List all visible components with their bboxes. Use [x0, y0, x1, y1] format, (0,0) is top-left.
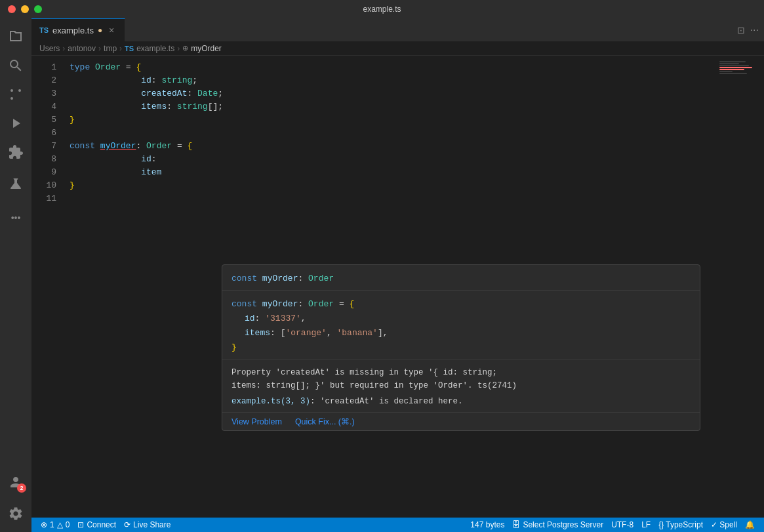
minimize-button[interactable] [21, 5, 29, 13]
breadcrumb-symbol[interactable]: myOrder [191, 44, 222, 53]
accounts-badge: 2 [17, 483, 26, 493]
status-bytes[interactable]: 147 bytes [466, 518, 508, 532]
postgres-icon: 🗄 [512, 520, 520, 529]
postgres-label: Select Postgres Server [523, 520, 603, 529]
connect-label: Connect [87, 520, 116, 529]
tab-modified-badge: ● [98, 26, 102, 35]
connect-icon: ⊡ [77, 520, 84, 529]
encoding-label: UTF-8 [611, 520, 633, 529]
line-endings-label: LF [641, 520, 651, 529]
minimap [712, 56, 764, 518]
status-errors[interactable]: ⊗ 1 △ 0 [37, 518, 73, 532]
titlebar: example.ts [0, 0, 764, 18]
minimap-content [719, 61, 759, 113]
window-title: example.ts [363, 5, 401, 14]
line-num-7: 7 [31, 140, 56, 153]
error-count: 1 [50, 520, 54, 529]
status-notifications[interactable]: 🔔 [741, 518, 759, 532]
breadcrumb-filename[interactable]: example.ts [136, 44, 174, 53]
search-icon[interactable] [3, 52, 29, 79]
breadcrumb-users[interactable]: Users [39, 44, 60, 53]
language-label: {} TypeScript [658, 520, 703, 529]
accounts-icon[interactable]: 2 [3, 469, 29, 495]
spell-label: ✓ Spell [711, 520, 737, 529]
code-line-3: createdAt: Date; [64, 87, 712, 100]
status-line-endings[interactable]: LF [637, 518, 654, 532]
window-controls[interactable] [8, 5, 42, 13]
line-num-3: 3 [31, 87, 56, 100]
status-spell[interactable]: ✓ Spell [707, 518, 741, 532]
svg-point-2 [10, 89, 13, 92]
error-message-line1: Property 'createdAt' is missing in type … [231, 366, 691, 379]
line-num-8: 8 [31, 153, 56, 166]
status-postgres[interactable]: 🗄 Select Postgres Server [508, 518, 607, 532]
status-liveshare[interactable]: ⟳ Live Share [120, 518, 174, 532]
code-line-2: id: string; [64, 74, 712, 87]
extensions-icon[interactable] [3, 139, 29, 165]
line-num-10: 10 [31, 179, 56, 192]
code-line-4: items: string[]; [64, 100, 712, 113]
popup-actions: View Problem Quick Fix... (⌘.) [222, 413, 700, 430]
warning-icon: △ [57, 520, 63, 529]
status-bar: ⊗ 1 △ 0 ⊡ Connect ⟳ Live Share 147 bytes… [31, 518, 764, 532]
maximize-button[interactable] [34, 5, 42, 13]
quick-fix-button[interactable]: Quick Fix... (⌘.) [295, 417, 355, 426]
line-num-1: 1 [31, 61, 56, 74]
line-num-11: 11 [31, 192, 56, 205]
code-line-1: type Order = { [64, 61, 712, 74]
breadcrumb: Users › antonov › tmp › TS example.ts › … [31, 41, 764, 56]
liveshare-label: Live Share [133, 520, 171, 529]
run-icon[interactable] [3, 110, 29, 136]
activity-bar: ••• 2 [0, 18, 31, 532]
ts-file-icon: TS [39, 26, 49, 34]
code-line-5: } [64, 113, 712, 127]
breadcrumb-ts-icon: TS [125, 45, 134, 52]
code-line-11 [64, 192, 712, 205]
error-icon: ⊗ [41, 520, 47, 529]
code-line-9: item [64, 166, 712, 179]
breadcrumb-antonov[interactable]: antonov [68, 44, 96, 53]
source-control-icon[interactable] [3, 81, 29, 108]
liveshare-icon: ⟳ [124, 520, 131, 529]
error-message-line2: items: string[]; }' but required in type… [231, 379, 691, 392]
diagnostic-popup: const myOrder: Order const myOrder: Orde… [222, 264, 700, 431]
error-source-link: example.ts(3, 3): 'createdAt' is declare… [231, 395, 691, 408]
popup-code-preview: const myOrder: Order = { id: '31337', it… [222, 291, 700, 359]
status-language[interactable]: {} TypeScript [654, 518, 707, 532]
code-line-8: id: [64, 153, 712, 166]
code-line-10: } [64, 179, 712, 192]
status-connect[interactable]: ⊡ Connect [73, 518, 120, 532]
notification-icon: 🔔 [745, 520, 755, 529]
code-editor[interactable]: type Order = { id: string; createdAt: Da… [64, 56, 712, 518]
tab-filename: example.ts [52, 26, 94, 35]
svg-point-1 [18, 89, 21, 92]
tab-actions: ⊡ ··· [732, 18, 764, 41]
editor-area: TS example.ts ● × ⊡ ··· Users › antonov … [31, 18, 764, 532]
bytes-label: 147 bytes [470, 520, 504, 529]
more-actions-icon[interactable]: ··· [750, 24, 759, 36]
svg-point-0 [10, 97, 13, 100]
split-editor-icon[interactable]: ⊡ [737, 25, 745, 35]
line-num-2: 2 [31, 74, 56, 87]
line-num-6: 6 [31, 127, 56, 140]
popup-signature: const myOrder: Order [222, 265, 700, 291]
status-encoding[interactable]: UTF-8 [607, 518, 637, 532]
tab-close-button[interactable]: × [106, 25, 117, 35]
warning-count: 0 [66, 520, 70, 529]
close-button[interactable] [8, 5, 16, 13]
more-icon[interactable]: ••• [3, 205, 29, 231]
explorer-icon[interactable] [3, 24, 29, 50]
breadcrumb-tmp[interactable]: tmp [104, 44, 117, 53]
popup-error-message: Property 'createdAt' is missing in type … [222, 359, 700, 413]
code-line-7: const myOrder: Order = { [64, 140, 712, 153]
testing-icon[interactable] [3, 171, 29, 197]
line-numbers: 1 2 3 4 5 6 7 8 9 10 11 [31, 56, 64, 518]
tab-example-ts[interactable]: TS example.ts ● × [31, 18, 125, 41]
code-line-6 [64, 127, 712, 140]
settings-icon[interactable] [3, 501, 29, 527]
line-num-5: 5 [31, 113, 56, 127]
line-num-9: 9 [31, 166, 56, 179]
tab-bar: TS example.ts ● × ⊡ ··· [31, 18, 764, 41]
view-problem-button[interactable]: View Problem [231, 417, 282, 426]
breadcrumb-symbol-icon: ⊕ [182, 44, 188, 52]
